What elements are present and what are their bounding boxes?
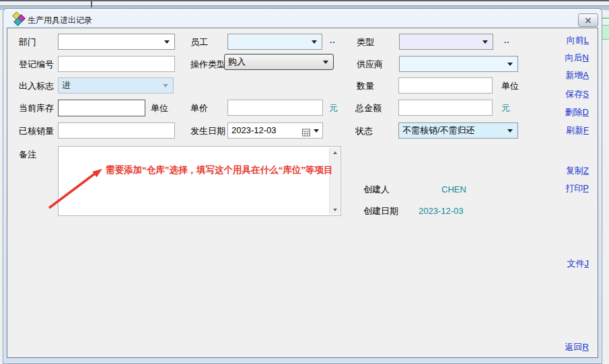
nav-next-button[interactable]: 向后N (565, 52, 589, 64)
remarks-scrollbar[interactable] (329, 147, 340, 215)
type-label: 类型 (357, 37, 374, 47)
print-button[interactable]: 打印P (565, 182, 589, 194)
unit-price-input[interactable] (227, 100, 323, 116)
total-amount-label: 总金额 (355, 103, 382, 113)
chevron-down-icon (314, 129, 319, 133)
supplier-label: 供应商 (357, 59, 383, 69)
save-button[interactable]: 保存S (565, 88, 589, 100)
form-layer: 部门 员工 .. 类型 .. 登记编号 操作类型 购入 供应商 出入标志 进 数… (0, 0, 609, 364)
supplier-combobox[interactable] (399, 56, 518, 72)
remarks-label: 备注 (19, 149, 36, 159)
triangle-up-icon (333, 151, 337, 154)
created-date-value: 2023-12-03 (419, 206, 464, 216)
chevron-down-icon (507, 129, 513, 133)
quantity-unit-label: 单位 (501, 81, 519, 91)
amount-yuan-label: 元 (501, 103, 510, 113)
total-amount-input[interactable] (398, 100, 493, 116)
delete-button[interactable]: 删除D (565, 106, 589, 118)
occur-date-picker[interactable]: 2023-12-03 (227, 122, 323, 139)
writtenoff-label: 已核销量 (19, 126, 54, 136)
employee-label: 员工 (190, 37, 208, 47)
operation-type-value: 购入 (228, 57, 246, 67)
scroll-up-button[interactable] (330, 147, 340, 157)
inout-flag-combobox: 进 (58, 77, 174, 94)
chevron-down-icon (507, 63, 513, 66)
status-combobox[interactable]: 不需核销/不需归还 (398, 122, 518, 139)
occur-date-label: 发生日期 (190, 126, 225, 136)
return-button[interactable]: 返回R (565, 341, 589, 353)
writtenoff-input[interactable] (58, 122, 175, 139)
creator-value: CHEN (441, 184, 466, 194)
employee-combobox[interactable] (227, 34, 322, 50)
department-label: 部门 (19, 37, 36, 47)
annotation-text: 需要添加“仓库”选择，填写这个用具在什么“库位”等项目 (106, 164, 333, 176)
nav-previous-button[interactable]: 向前L (567, 34, 589, 46)
add-button[interactable]: 新增A (565, 69, 589, 81)
current-stock-input[interactable] (58, 100, 145, 116)
chevron-down-icon (482, 40, 488, 44)
chevron-down-icon (323, 61, 328, 64)
current-stock-label: 当前库存 (19, 103, 54, 113)
type-combobox[interactable] (399, 34, 493, 50)
scroll-down-button[interactable] (330, 205, 340, 215)
quantity-input[interactable] (398, 77, 493, 94)
department-combobox[interactable] (58, 34, 175, 50)
occur-date-value: 2023-12-03 (231, 125, 277, 135)
inout-flag-label: 出入标志 (19, 81, 54, 91)
chevron-down-icon (164, 40, 170, 44)
triangle-down-icon (333, 209, 337, 211)
creator-label: 创建人 (363, 184, 390, 194)
copy-button[interactable]: 复制Z (566, 165, 589, 177)
price-yuan-label: 元 (329, 103, 338, 113)
inout-flag-value: 进 (62, 80, 71, 90)
chevron-down-icon (312, 40, 317, 44)
employee-browse-button[interactable]: .. (330, 36, 336, 45)
registration-no-label: 登记编号 (19, 59, 54, 69)
stock-unit-label: 单位 (151, 103, 168, 113)
file-button[interactable]: 文件J (567, 258, 589, 270)
type-browse-button[interactable]: .. (504, 36, 510, 45)
quantity-label: 数量 (357, 81, 374, 91)
unit-price-label: 单价 (190, 103, 208, 113)
refresh-button[interactable]: 刷新F (566, 124, 589, 137)
remarks-textarea[interactable] (58, 146, 341, 216)
created-date-label: 创建日期 (363, 206, 398, 216)
status-label: 状态 (355, 126, 373, 136)
operation-type-combobox[interactable]: 购入 (224, 54, 334, 70)
status-value: 不需核销/不需归还 (402, 125, 475, 135)
chevron-down-icon (163, 84, 168, 87)
calendar-icon (302, 126, 310, 141)
operation-type-label: 操作类型 (190, 59, 225, 69)
registration-no-input[interactable] (58, 56, 175, 72)
